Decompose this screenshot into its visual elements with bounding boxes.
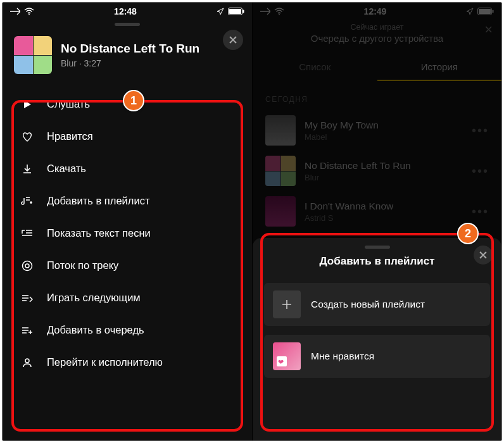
menu-label: Перейти к исполнителю (47, 356, 163, 368)
menu-lyrics[interactable]: Показать текст песни (3, 217, 252, 249)
heart-icon (20, 132, 34, 142)
status-bar: 12:48 (3, 3, 252, 19)
svg-point-6 (25, 359, 29, 363)
svg-rect-3 (243, 10, 244, 13)
airplane-icon (10, 7, 20, 16)
menu-label: Добавить в плейлист (47, 195, 149, 207)
play-next-icon (20, 294, 34, 303)
svg-point-5 (25, 264, 29, 268)
download-icon (20, 164, 34, 174)
close-button[interactable] (223, 30, 243, 50)
sheet-grab-handle[interactable] (365, 246, 390, 249)
menu-label: Нравится (47, 130, 93, 142)
menu-download[interactable]: Скачать (3, 153, 252, 185)
queue-add-icon (20, 326, 34, 335)
playlist-label: Создать новый плейлист (311, 299, 425, 310)
menu-play-next[interactable]: Играть следующим (3, 282, 252, 314)
playlist-label: Мне нравится (311, 351, 374, 362)
annotation-badge-2: 2 (457, 223, 479, 244)
location-icon (217, 8, 224, 15)
playlist-liked[interactable]: Мне нравится (264, 335, 490, 378)
menu-add-playlist[interactable]: Добавить в плейлист (3, 185, 252, 217)
svg-point-0 (28, 14, 30, 15)
artist-icon (20, 357, 34, 368)
liked-playlist-icon (273, 342, 301, 370)
menu-label: Скачать (47, 163, 86, 175)
album-art (14, 36, 52, 74)
screen-add-playlist: 12:49 Сейчас играет Очередь с другого ус… (252, 3, 501, 440)
menu-goto-artist[interactable]: Перейти к исполнителю (3, 346, 252, 378)
close-button[interactable] (474, 246, 493, 265)
menu-label: Слушать (47, 98, 90, 110)
menu-label: Добавить в очередь (47, 324, 144, 336)
plus-icon (273, 290, 301, 318)
playlist-add-icon (20, 196, 34, 206)
battery-icon (228, 8, 244, 15)
play-icon (20, 99, 34, 109)
sheet-grab-handle[interactable] (115, 23, 140, 26)
track-title: No Distance Left To Run (61, 42, 199, 56)
playlist-sheet: Добавить в плейлист Создать новый плейли… (253, 238, 501, 440)
lyrics-icon (20, 229, 34, 238)
status-time: 12:48 (114, 6, 137, 16)
track-header: No Distance Left To Run Blur · 3:27 (3, 31, 252, 85)
svg-rect-2 (229, 9, 241, 14)
menu-radio[interactable]: Поток по треку (3, 249, 252, 282)
wifi-icon (24, 8, 34, 15)
menu-add-queue[interactable]: Добавить в очередь (3, 314, 252, 346)
svg-point-4 (23, 261, 32, 270)
annotation-badge-1: 1 (123, 90, 144, 111)
menu-label: Показать текст песни (47, 227, 151, 239)
playlist-create-new[interactable]: Создать новый плейлист (264, 283, 490, 326)
screen-track-actions: 12:48 No Distance Left To Run Blur · 3:2… (3, 3, 252, 440)
menu-like[interactable]: Нравится (3, 120, 252, 153)
action-menu: Слушать Нравится Скачать Добавить в плей… (3, 85, 252, 384)
menu-label: Играть следующим (47, 292, 141, 304)
menu-label: Поток по треку (47, 259, 118, 271)
sheet-title: Добавить в плейлист (264, 255, 490, 268)
radio-icon (20, 260, 34, 271)
track-subtitle: Blur · 3:27 (61, 58, 199, 68)
